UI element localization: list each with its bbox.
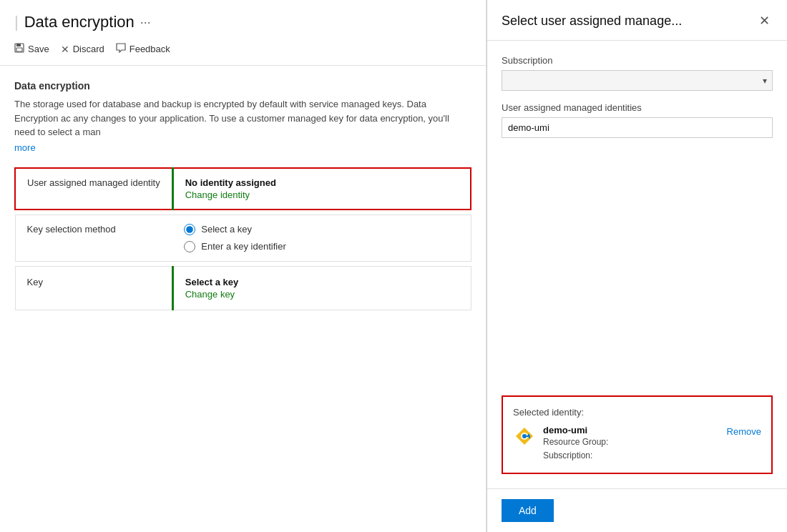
key-label: Key: [15, 266, 172, 310]
left-panel: | Data encryption ··· Save ✕ Discard Fee…: [0, 0, 487, 532]
identities-field-group: User assigned managed identities: [502, 102, 773, 138]
selected-identity-title: Selected identity:: [513, 407, 761, 418]
key-method-row: Key selection method Select a key Enter …: [15, 215, 471, 261]
radio-enter-identifier-input[interactable]: [184, 241, 195, 252]
identity-row: User assigned managed identity No identi…: [15, 168, 471, 210]
radio-group: Select a key Enter a key identifier: [184, 224, 459, 252]
identity-name: demo-umi: [543, 425, 720, 435]
subscription-field-group: Subscription ▾: [502, 55, 773, 91]
page-title-row: | Data encryption ···: [14, 13, 471, 31]
subscription-select[interactable]: [502, 70, 773, 91]
save-icon: [14, 43, 24, 55]
right-header: Select user assigned manage... ✕: [487, 0, 787, 41]
managed-identity-icon: [513, 425, 536, 448]
close-button[interactable]: ✕: [756, 11, 773, 30]
svg-rect-8: [528, 434, 529, 435]
key-method-label: Key selection method: [15, 215, 172, 261]
change-key-link[interactable]: Change key: [185, 289, 459, 300]
svg-rect-2: [16, 48, 22, 51]
feedback-label: Feedback: [129, 44, 170, 54]
identity-label: User assigned managed identity: [15, 168, 172, 210]
feedback-icon: [116, 43, 126, 55]
toolbar: Save ✕ Discard Feedback: [14, 40, 471, 58]
add-button[interactable]: Add: [502, 499, 554, 522]
key-row: Key Select a key Change key: [15, 266, 471, 310]
title-separator: |: [14, 13, 19, 31]
selected-identity-box: Selected identity:: [502, 395, 773, 474]
identities-label: User assigned managed identities: [502, 102, 773, 113]
spacer-row: [15, 210, 471, 215]
radio-enter-identifier[interactable]: Enter a key identifier: [184, 241, 459, 252]
right-footer: Add: [487, 488, 787, 532]
save-label: Save: [28, 44, 49, 54]
right-title: Select user assigned manage...: [502, 14, 682, 29]
section-desc: The storage used for database and backup…: [14, 97, 471, 139]
key-value: Select a key: [185, 277, 238, 287]
svg-rect-1: [16, 44, 21, 46]
subscription-meta-label: Subscription:: [543, 450, 592, 460]
key-method-options: Select a key Enter a key identifier: [172, 215, 471, 261]
identity-value-cell: No identity assigned Change identity: [172, 168, 471, 210]
identity-meta: Resource Group: Subscription:: [543, 435, 720, 463]
radio-select-key-label: Select a key: [201, 224, 252, 235]
subscription-select-wrapper: ▾: [502, 70, 773, 91]
svg-point-6: [522, 434, 527, 438]
more-link[interactable]: more: [14, 142, 36, 153]
save-button[interactable]: Save: [14, 40, 49, 58]
identities-input[interactable]: [502, 117, 773, 138]
page-title: Data encryption: [24, 13, 135, 31]
spacer-row-2: [15, 261, 471, 266]
svg-rect-9: [529, 437, 530, 438]
identity-item: demo-umi Resource Group: Subscription: R…: [513, 425, 761, 463]
section-title: Data encryption: [14, 80, 471, 92]
resource-group-label: Resource Group:: [543, 437, 608, 447]
identity-value: No identity assigned: [185, 177, 276, 188]
change-identity-link[interactable]: Change identity: [185, 189, 459, 200]
discard-button[interactable]: ✕ Discard: [61, 41, 104, 58]
svg-rect-7: [527, 435, 530, 437]
key-value-cell: Select a key Change key: [172, 266, 471, 310]
radio-select-key[interactable]: Select a key: [184, 224, 459, 235]
identity-details: demo-umi Resource Group: Subscription:: [543, 425, 720, 463]
radio-enter-identifier-label: Enter a key identifier: [201, 241, 286, 252]
discard-label: Discard: [73, 44, 104, 54]
right-content: Subscription ▾ User assigned managed ide…: [487, 41, 787, 488]
right-panel: Select user assigned manage... ✕ Subscri…: [487, 0, 787, 532]
form-table: User assigned managed identity No identi…: [14, 167, 471, 310]
flex-spacer: [502, 149, 773, 384]
page-header: | Data encryption ··· Save ✕ Discard Fee…: [0, 0, 486, 66]
radio-select-key-input[interactable]: [184, 224, 195, 235]
more-icon[interactable]: ···: [140, 15, 151, 30]
subscription-label: Subscription: [502, 55, 773, 66]
page-content: Data encryption The storage used for dat…: [0, 66, 486, 532]
discard-icon: ✕: [61, 44, 69, 55]
feedback-button[interactable]: Feedback: [116, 40, 170, 58]
remove-identity-link[interactable]: Remove: [727, 426, 761, 437]
